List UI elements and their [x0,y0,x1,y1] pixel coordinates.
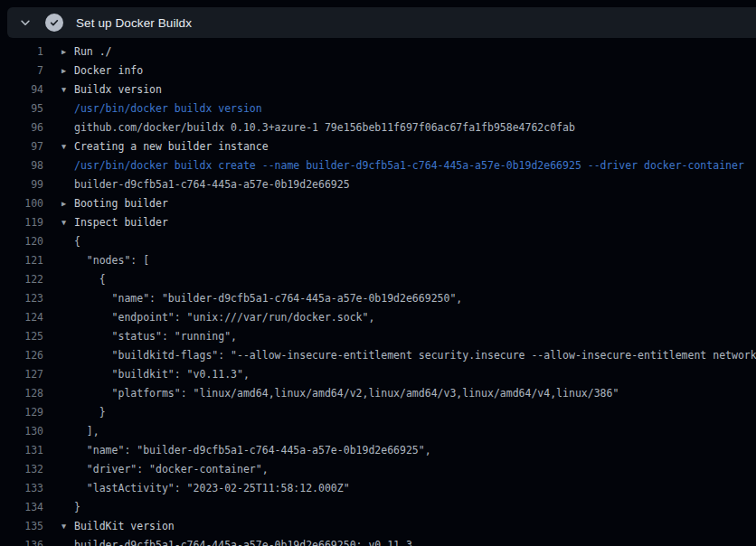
line-content: builder-d9cfb5a1-c764-445a-a57e-0b19d2e6… [74,178,350,191]
line-content[interactable]: Buildx version [74,83,162,96]
line-number[interactable]: 125 [0,330,43,343]
line-number[interactable]: 122 [0,273,43,286]
log-line: 122 { [0,269,756,288]
line-number[interactable]: 120 [0,235,43,248]
line-text: builder-d9cfb5a1-c764-445a-a57e-0b19d2e6… [61,178,350,191]
line-number[interactable]: 123 [0,292,43,305]
line-content: "name": "builder-d9cfb5a1-c764-445a-a57e… [74,292,462,305]
line-text: ▼Inspect builder [61,216,168,229]
line-number[interactable]: 132 [0,463,43,475]
line-text: builder-d9cfb5a1-c764-445a-a57e-0b19d2e6… [61,539,412,546]
line-number[interactable]: 98 [0,159,43,172]
line-number[interactable]: 129 [0,406,43,419]
log-line: 133 "lastActivity": "2023-02-25T11:58:12… [0,478,756,497]
line-text: /usr/bin/docker buildx create --name bui… [61,159,744,172]
line-content[interactable]: Docker info [74,64,143,77]
line-content[interactable]: Booting builder [74,197,168,210]
line-number[interactable]: 124 [0,311,43,324]
step-header[interactable]: Set up Docker Buildx [7,7,756,38]
log-line: 95 /usr/bin/docker buildx version [0,99,756,118]
line-number[interactable]: 133 [0,482,43,494]
log-line: 132 "driver": "docker-container", [0,459,756,478]
line-content: github.com/docker/buildx 0.10.3+azure-1 … [74,121,575,134]
log-line: 127 "buildkit": "v0.11.3", [0,364,756,383]
line-content: /usr/bin/docker buildx version [74,102,262,115]
line-content[interactable]: BuildKit version [74,520,175,532]
log-line: 99 builder-d9cfb5a1-c764-445a-a57e-0b19d… [0,174,756,193]
line-text: ▶Booting builder [61,197,168,210]
log-line: 121 "nodes": [ [0,250,756,269]
line-content[interactable]: Run ./ [74,45,112,58]
line-text: github.com/docker/buildx 0.10.3+azure-1 … [61,121,575,134]
triangle-right-icon[interactable]: ▶ [61,199,74,208]
line-number[interactable]: 136 [0,539,43,546]
line-number[interactable]: 1 [0,45,43,58]
log-line: 134 } [0,497,756,516]
line-number[interactable]: 128 [0,387,43,400]
line-content: "nodes": [ [74,254,149,267]
line-content: "name": "builder-d9cfb5a1-c764-445a-a57e… [74,444,431,457]
triangle-right-icon[interactable]: ▶ [61,66,74,75]
line-number[interactable]: 119 [0,216,43,229]
log-line: 125 "status": "running", [0,326,756,345]
line-number[interactable]: 99 [0,178,43,191]
check-circle-icon [45,14,63,32]
triangle-down-icon[interactable]: ▼ [61,85,74,94]
triangle-down-icon[interactable]: ▼ [61,218,74,227]
line-text: ▼Buildx version [61,83,162,96]
line-number[interactable]: 7 [0,64,43,77]
log-line: 129 } [0,402,756,421]
line-text: "driver": "docker-container", [61,463,269,475]
line-content: "lastActivity": "2023-02-25T11:58:12.000… [74,482,350,494]
log-line: 123 "name": "builder-d9cfb5a1-c764-445a-… [0,288,756,307]
line-content: } [74,406,106,419]
line-number[interactable]: 127 [0,368,43,381]
line-number[interactable]: 134 [0,501,43,513]
line-content[interactable]: Creating a new builder instance [74,140,269,153]
log-line: 136 builder-d9cfb5a1-c764-445a-a57e-0b19… [0,535,756,546]
chevron-down-icon[interactable] [18,15,33,30]
line-text: "platforms": "linux/amd64,linux/amd64/v2… [61,387,619,400]
line-content[interactable]: Inspect builder [74,216,168,229]
line-number[interactable]: 131 [0,444,43,457]
line-content: "status": "running", [74,330,237,343]
line-text: { [61,235,80,248]
line-content: "buildkitd-flags": "--allow-insecure-ent… [74,349,756,362]
log-line: 1 ▶Run ./ [0,42,756,61]
line-number[interactable]: 94 [0,83,43,96]
log-line: 100 ▶Booting builder [0,193,756,212]
line-text: "name": "builder-d9cfb5a1-c764-445a-a57e… [61,444,431,457]
log-line: 96 github.com/docker/buildx 0.10.3+azure… [0,118,756,136]
log-line: 98 /usr/bin/docker buildx create --name … [0,155,756,174]
triangle-down-icon[interactable]: ▼ [61,522,74,531]
log-line: 119 ▼Inspect builder [0,212,756,231]
line-text: "name": "builder-d9cfb5a1-c764-445a-a57e… [61,292,462,305]
line-content: "driver": "docker-container", [74,463,269,475]
log-line: 7 ▶Docker info [0,61,756,80]
line-text: } [61,501,80,513]
line-text: "buildkit": "v0.11.3", [61,368,250,381]
line-number[interactable]: 135 [0,520,43,532]
line-text: ▼Creating a new builder instance [61,140,269,153]
line-number[interactable]: 130 [0,425,43,438]
line-text: { [61,273,106,286]
log-line: 126 "buildkitd-flags": "--allow-insecure… [0,345,756,364]
triangle-down-icon[interactable]: ▼ [61,142,74,151]
line-number[interactable]: 126 [0,349,43,362]
line-number[interactable]: 100 [0,197,43,210]
line-text: "status": "running", [61,330,237,343]
line-text: ], [61,425,99,438]
line-text: ▶Run ./ [61,45,112,58]
line-content: "platforms": "linux/amd64,linux/amd64/v2… [74,387,619,400]
line-number[interactable]: 95 [0,102,43,115]
line-content: /usr/bin/docker buildx create --name bui… [74,159,744,172]
line-content: "endpoint": "unix:///var/run/docker.sock… [74,311,374,324]
triangle-right-icon[interactable]: ▶ [61,47,74,56]
line-number[interactable]: 96 [0,121,43,134]
line-text: ▼BuildKit version [61,520,175,532]
step-title: Set up Docker Buildx [76,16,192,30]
log-line: 130 ], [0,421,756,440]
line-number[interactable]: 97 [0,140,43,153]
line-number[interactable]: 121 [0,254,43,267]
line-text: /usr/bin/docker buildx version [61,102,262,115]
